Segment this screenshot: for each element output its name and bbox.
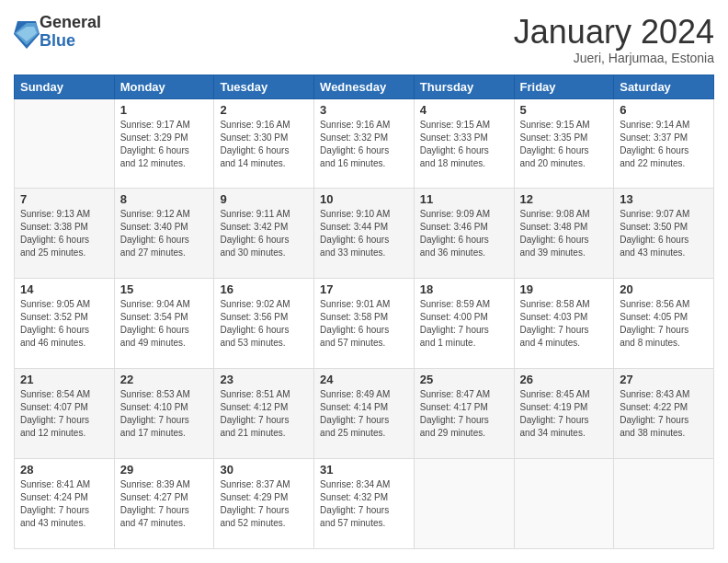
table-row: 1Sunrise: 9:17 AM Sunset: 3:29 PM Daylig… [114, 98, 214, 189]
table-row: 26Sunrise: 8:45 AM Sunset: 4:19 PM Dayli… [514, 369, 614, 459]
day-number: 17 [320, 282, 408, 296]
day-number: 7 [20, 192, 108, 206]
table-row: 2Sunrise: 9:16 AM Sunset: 3:30 PM Daylig… [214, 98, 314, 189]
day-number: 22 [120, 373, 209, 386]
day-info: Sunrise: 8:39 AM Sunset: 4:27 PM Dayligh… [120, 478, 209, 530]
day-info: Sunrise: 9:11 AM Sunset: 3:42 PM Dayligh… [220, 208, 308, 259]
day-number: 13 [620, 192, 708, 206]
day-info: Sunrise: 8:49 AM Sunset: 4:14 PM Dayligh… [320, 388, 408, 440]
day-info: Sunrise: 9:15 AM Sunset: 3:35 PM Dayligh… [520, 119, 609, 170]
day-info: Sunrise: 8:41 AM Sunset: 4:24 PM Dayligh… [20, 478, 108, 530]
day-info: Sunrise: 8:43 AM Sunset: 4:22 PM Dayligh… [620, 388, 708, 440]
day-info: Sunrise: 9:14 AM Sunset: 3:37 PM Dayligh… [620, 119, 708, 170]
table-row: 7Sunrise: 9:13 AM Sunset: 3:38 PM Daylig… [15, 189, 115, 279]
col-saturday: Saturday [614, 75, 714, 98]
table-row: 12Sunrise: 9:08 AM Sunset: 3:48 PM Dayli… [514, 189, 614, 279]
table-row: 4Sunrise: 9:15 AM Sunset: 3:33 PM Daylig… [414, 98, 514, 189]
month-title: January 2024 [514, 14, 714, 51]
logo-general-text: General [40, 14, 101, 32]
day-info: Sunrise: 9:07 AM Sunset: 3:50 PM Dayligh… [620, 208, 708, 259]
day-info: Sunrise: 9:02 AM Sunset: 3:56 PM Dayligh… [220, 298, 308, 350]
day-info: Sunrise: 9:10 AM Sunset: 3:44 PM Dayligh… [320, 208, 408, 259]
day-number: 9 [220, 192, 308, 206]
day-info: Sunrise: 9:01 AM Sunset: 3:58 PM Dayligh… [320, 298, 408, 350]
day-info: Sunrise: 9:17 AM Sunset: 3:29 PM Dayligh… [120, 119, 209, 170]
day-info: Sunrise: 9:04 AM Sunset: 3:54 PM Dayligh… [120, 298, 209, 350]
table-row: 18Sunrise: 8:59 AM Sunset: 4:00 PM Dayli… [414, 279, 514, 369]
table-row: 8Sunrise: 9:12 AM Sunset: 3:40 PM Daylig… [114, 189, 214, 279]
day-number: 26 [520, 373, 609, 386]
table-row: 3Sunrise: 9:16 AM Sunset: 3:32 PM Daylig… [314, 98, 415, 189]
day-info: Sunrise: 9:12 AM Sunset: 3:40 PM Dayligh… [120, 208, 209, 259]
day-info: Sunrise: 8:37 AM Sunset: 4:29 PM Dayligh… [220, 478, 308, 530]
col-wednesday: Wednesday [314, 75, 415, 98]
page: General Blue January 2024 Jueri, Harjuma… [0, 0, 728, 563]
table-row: 9Sunrise: 9:11 AM Sunset: 3:42 PM Daylig… [214, 189, 314, 279]
table-row: 19Sunrise: 8:58 AM Sunset: 4:03 PM Dayli… [514, 279, 614, 369]
day-number: 19 [520, 282, 609, 296]
table-row: 11Sunrise: 9:09 AM Sunset: 3:46 PM Dayli… [414, 189, 514, 279]
col-monday: Monday [114, 75, 214, 98]
col-thursday: Thursday [414, 75, 514, 98]
calendar-row: 14Sunrise: 9:05 AM Sunset: 3:52 PM Dayli… [15, 279, 714, 369]
table-row: 20Sunrise: 8:56 AM Sunset: 4:05 PM Dayli… [614, 279, 714, 369]
col-tuesday: Tuesday [214, 75, 314, 98]
day-info: Sunrise: 9:08 AM Sunset: 3:48 PM Dayligh… [520, 208, 609, 259]
table-row: 31Sunrise: 8:34 AM Sunset: 4:32 PM Dayli… [314, 459, 415, 549]
table-row: 30Sunrise: 8:37 AM Sunset: 4:29 PM Dayli… [214, 459, 314, 549]
day-number: 30 [220, 463, 308, 477]
calendar-row: 1Sunrise: 9:17 AM Sunset: 3:29 PM Daylig… [15, 98, 714, 189]
day-number: 8 [120, 192, 209, 206]
table-row: 14Sunrise: 9:05 AM Sunset: 3:52 PM Dayli… [15, 279, 115, 369]
logo-text: General Blue [40, 14, 101, 51]
day-number: 29 [120, 463, 209, 477]
location-subtitle: Jueri, Harjumaa, Estonia [514, 51, 714, 65]
table-row: 23Sunrise: 8:51 AM Sunset: 4:12 PM Dayli… [214, 369, 314, 459]
day-info: Sunrise: 9:16 AM Sunset: 3:32 PM Dayligh… [320, 119, 408, 170]
calendar-row: 21Sunrise: 8:54 AM Sunset: 4:07 PM Dayli… [15, 369, 714, 459]
table-row: 25Sunrise: 8:47 AM Sunset: 4:17 PM Dayli… [414, 369, 514, 459]
day-info: Sunrise: 8:59 AM Sunset: 4:00 PM Dayligh… [420, 298, 508, 350]
calendar-header-row: Sunday Monday Tuesday Wednesday Thursday… [15, 75, 714, 98]
calendar-table: Sunday Monday Tuesday Wednesday Thursday… [14, 75, 714, 549]
table-row: 29Sunrise: 8:39 AM Sunset: 4:27 PM Dayli… [114, 459, 214, 549]
day-number: 18 [420, 282, 508, 296]
calendar-row: 7Sunrise: 9:13 AM Sunset: 3:38 PM Daylig… [15, 189, 714, 279]
table-row: 10Sunrise: 9:10 AM Sunset: 3:44 PM Dayli… [314, 189, 415, 279]
day-number: 31 [320, 463, 408, 477]
day-number: 27 [620, 373, 708, 386]
day-info: Sunrise: 8:47 AM Sunset: 4:17 PM Dayligh… [420, 388, 508, 440]
table-row: 17Sunrise: 9:01 AM Sunset: 3:58 PM Dayli… [314, 279, 415, 369]
day-number: 3 [320, 103, 408, 117]
table-row: 21Sunrise: 8:54 AM Sunset: 4:07 PM Dayli… [15, 369, 115, 459]
day-number: 25 [420, 373, 508, 386]
logo-blue-text: Blue [40, 32, 101, 51]
day-number: 16 [220, 282, 308, 296]
day-info: Sunrise: 8:56 AM Sunset: 4:05 PM Dayligh… [620, 298, 708, 350]
table-row: 28Sunrise: 8:41 AM Sunset: 4:24 PM Dayli… [15, 459, 115, 549]
day-number: 2 [220, 103, 308, 117]
col-friday: Friday [514, 75, 614, 98]
day-number: 10 [320, 192, 408, 206]
day-info: Sunrise: 8:58 AM Sunset: 4:03 PM Dayligh… [520, 298, 609, 350]
day-info: Sunrise: 8:54 AM Sunset: 4:07 PM Dayligh… [20, 388, 108, 440]
day-number: 6 [620, 103, 708, 117]
day-number: 1 [120, 103, 209, 117]
day-number: 28 [20, 463, 108, 477]
table-row: 13Sunrise: 9:07 AM Sunset: 3:50 PM Dayli… [614, 189, 714, 279]
day-number: 23 [220, 373, 308, 386]
day-info: Sunrise: 8:51 AM Sunset: 4:12 PM Dayligh… [220, 388, 308, 440]
day-info: Sunrise: 9:13 AM Sunset: 3:38 PM Dayligh… [20, 208, 108, 259]
table-row: 22Sunrise: 8:53 AM Sunset: 4:10 PM Dayli… [114, 369, 214, 459]
table-row [514, 459, 614, 549]
day-info: Sunrise: 8:45 AM Sunset: 4:19 PM Dayligh… [520, 388, 609, 440]
day-info: Sunrise: 8:53 AM Sunset: 4:10 PM Dayligh… [120, 388, 209, 440]
day-number: 24 [320, 373, 408, 386]
title-block: January 2024 Jueri, Harjumaa, Estonia [514, 14, 714, 65]
table-row [614, 459, 714, 549]
header: General Blue January 2024 Jueri, Harjuma… [14, 14, 714, 65]
table-row: 24Sunrise: 8:49 AM Sunset: 4:14 PM Dayli… [314, 369, 415, 459]
day-number: 15 [120, 282, 209, 296]
day-info: Sunrise: 8:34 AM Sunset: 4:32 PM Dayligh… [320, 478, 408, 530]
table-row: 27Sunrise: 8:43 AM Sunset: 4:22 PM Dayli… [614, 369, 714, 459]
